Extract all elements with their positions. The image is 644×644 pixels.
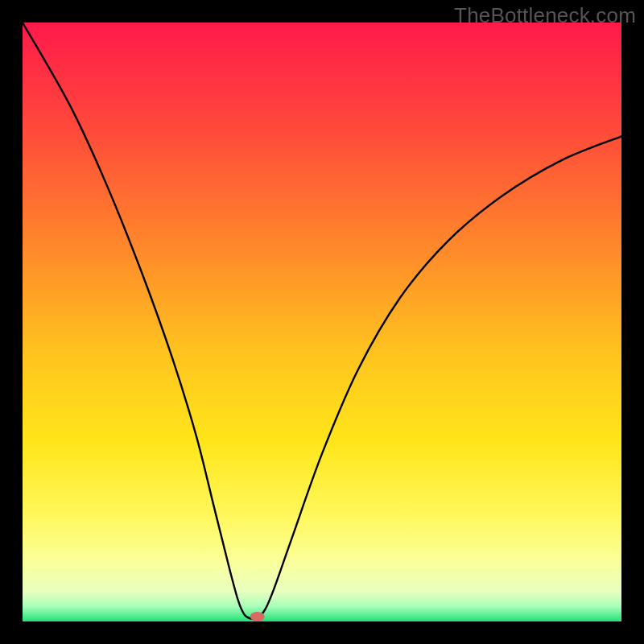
optimum-marker bbox=[250, 612, 265, 621]
outer-frame: TheBottleneck.com bbox=[0, 0, 644, 644]
watermark-text: TheBottleneck.com bbox=[454, 3, 636, 28]
chart-svg bbox=[23, 23, 621, 621]
gradient-background bbox=[23, 23, 621, 621]
plot-area bbox=[23, 23, 621, 621]
